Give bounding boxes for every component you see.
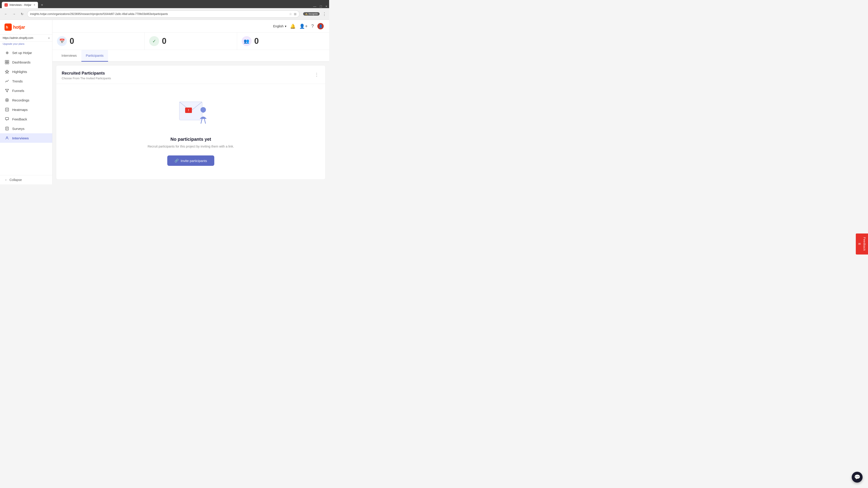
sidebar-item-trends[interactable]: Trends [0, 76, 52, 86]
site-url: https://admin.shopify.com [3, 36, 47, 39]
stat-icon-1: 📅 [57, 36, 67, 46]
feedback-icon [4, 117, 9, 122]
refresh-button[interactable]: ↻ [19, 11, 25, 17]
incognito-icon: 🕵 [305, 13, 308, 15]
bookmark-icon[interactable]: ☆ [289, 12, 292, 16]
svg-text:!: ! [188, 109, 189, 112]
svg-rect-3 [7, 60, 9, 62]
highlights-label: Highlights [12, 70, 27, 74]
empty-state-title: No participants yet [170, 137, 211, 142]
new-tab-button[interactable]: + [39, 2, 45, 8]
app-wrapper: h hotjar https://admin.shopify.com ▾ Upg… [0, 20, 329, 184]
sidebar-item-feedback[interactable]: Feedback [0, 114, 52, 124]
sidebar: h hotjar https://admin.shopify.com ▾ Upg… [0, 20, 53, 184]
svg-rect-9 [5, 108, 8, 111]
incognito-badge: 🕵 Incognito [303, 12, 320, 15]
interviews-label: Interviews [12, 136, 29, 140]
sidebar-item-interviews[interactable]: Interviews [0, 133, 52, 143]
site-selector[interactable]: https://admin.shopify.com ▾ [0, 35, 52, 41]
help-icon[interactable]: ? [311, 24, 314, 29]
sidebar-item-setup[interactable]: ⊕ Set up Hotjar [0, 48, 52, 57]
collapse-button[interactable]: ← Collapse [4, 178, 48, 182]
svg-text:h: h [6, 25, 8, 29]
svg-rect-5 [7, 62, 9, 64]
extension-icon[interactable]: ⊞ [294, 12, 297, 16]
add-user-icon[interactable]: 👤+ [299, 24, 308, 29]
stat-icon-3: 👥 [242, 36, 252, 46]
hotjar-logo[interactable]: h hotjar [4, 24, 25, 31]
tab-title: Interviews - Hotjar [9, 3, 32, 6]
stat-number-1: 0 [70, 36, 74, 46]
panel-header-text: Recruited Participants Choose From The I… [62, 71, 111, 80]
recordings-label: Recordings [12, 98, 29, 102]
stat-number-3: 0 [254, 36, 259, 46]
empty-illustration: ! [168, 97, 213, 131]
highlights-icon [4, 69, 9, 74]
trends-label: Trends [12, 79, 23, 83]
invite-participants-button[interactable]: 🔗 Invite participants [167, 156, 214, 166]
svg-marker-6 [5, 70, 9, 73]
address-bar[interactable]: insights.hotjar.com/organizations/292369… [27, 10, 300, 18]
panel-menu-button[interactable]: ⋮ [313, 71, 320, 78]
heatmaps-label: Heatmaps [12, 108, 28, 111]
stat-card-3: 👥 0 [237, 33, 329, 50]
content-panel: Recruited Participants Choose From The I… [56, 65, 326, 180]
url-text: insights.hotjar.com/organizations/292369… [30, 12, 287, 15]
forward-button[interactable]: → [11, 11, 17, 17]
heatmaps-icon [4, 107, 9, 112]
maximize-button[interactable]: □ [320, 4, 322, 8]
setup-icon: ⊕ [4, 50, 9, 55]
dashboards-label: Dashboards [12, 60, 31, 64]
active-browser-tab[interactable]: H Interviews - Hotjar × [2, 2, 38, 8]
invite-label: Invite participants [181, 159, 207, 163]
trends-icon [4, 78, 9, 84]
tab-close-button[interactable]: × [34, 3, 35, 6]
browser-menu-button[interactable]: ⋮ [322, 11, 327, 17]
nav-items: ⊕ Set up Hotjar Dashboards Highlights T [0, 46, 52, 175]
svg-rect-2 [5, 60, 7, 62]
svg-point-8 [6, 99, 8, 101]
stat-icon-2: ✓ [149, 36, 159, 46]
tab-interviews[interactable]: Interviews [57, 50, 81, 62]
hotjar-logo-icon: h [4, 24, 12, 31]
dashboards-icon [4, 60, 9, 65]
language-label: English [273, 24, 283, 28]
site-dropdown-icon: ▾ [49, 37, 50, 39]
surveys-label: Surveys [12, 127, 24, 131]
incognito-label: Incognito [309, 13, 318, 15]
back-button[interactable]: ← [3, 11, 9, 17]
recordings-icon [4, 98, 9, 103]
language-dropdown-icon: ▾ [285, 24, 286, 28]
hotjar-logo-text: hotjar [13, 25, 25, 30]
minimize-button[interactable]: — [313, 4, 316, 8]
sidebar-header: h hotjar [0, 20, 52, 35]
sidebar-item-recordings[interactable]: Recordings [0, 95, 52, 105]
sidebar-item-surveys[interactable]: Surveys [0, 124, 52, 133]
language-selector[interactable]: English ▾ [273, 24, 286, 28]
funnels-icon [4, 88, 9, 93]
invite-icon: 🔗 [175, 159, 179, 163]
tab-participants[interactable]: Participants [81, 50, 108, 62]
address-bar-row: ← → ↻ insights.hotjar.com/organizations/… [0, 8, 329, 20]
stat-number-2: 0 [162, 36, 166, 46]
notifications-icon[interactable]: 🔔 [290, 24, 296, 29]
app-top-header: English ▾ 🔔 👤+ ? 👤 [53, 20, 329, 33]
close-button[interactable]: × [326, 4, 327, 8]
upgrade-link[interactable]: Upgrade your plans [0, 41, 52, 46]
svg-line-24 [204, 119, 206, 123]
sidebar-item-dashboards[interactable]: Dashboards [0, 57, 52, 67]
sidebar-footer: ← Collapse [0, 175, 52, 184]
setup-label: Set up Hotjar [12, 51, 32, 55]
stat-card-2: ✓ 0 [145, 33, 237, 50]
panel-title: Recruited Participants [62, 71, 111, 76]
sidebar-item-highlights[interactable]: Highlights [0, 67, 52, 76]
user-avatar[interactable]: 👤 [317, 23, 324, 29]
content-area: 📅 0 ✓ 0 👥 0 Interviews Participants [53, 33, 329, 180]
stat-card-1: 📅 0 [53, 33, 145, 50]
svg-rect-11 [5, 118, 8, 120]
svg-rect-4 [5, 62, 7, 64]
browser-toolbar: 🕵 Incognito ⋮ [303, 11, 327, 17]
sidebar-item-funnels[interactable]: Funnels [0, 86, 52, 95]
main-content: English ▾ 🔔 👤+ ? 👤 📅 0 ✓ 0 [53, 20, 329, 184]
sidebar-item-heatmaps[interactable]: Heatmaps [0, 105, 52, 114]
